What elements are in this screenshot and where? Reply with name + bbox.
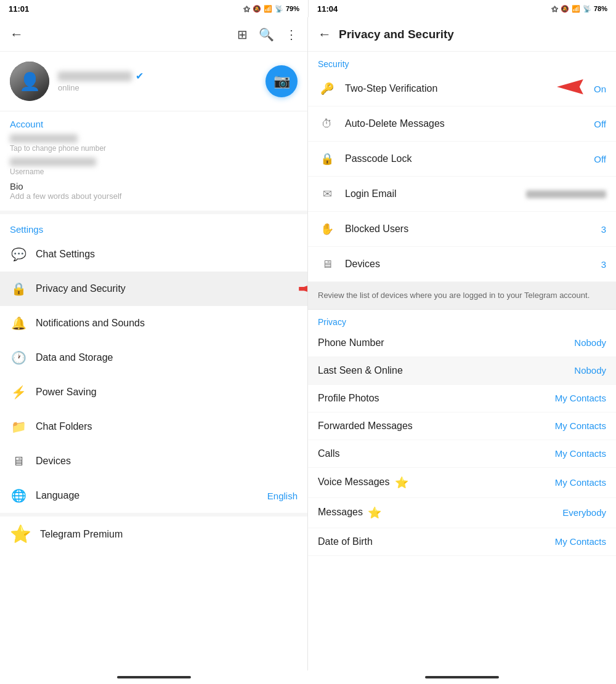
main-layout: ← ⊞ 🔍 ⋮ 👤 ✔ online 📷 — [0, 17, 616, 670]
camera-fab[interactable]: 📷 — [265, 65, 298, 97]
mute-icon: 🔕 — [253, 5, 261, 13]
right-panel: ← Privacy and Security Security 🔑 Two-St… — [308, 17, 616, 670]
two-step-value: On — [594, 84, 606, 94]
devices-icon: 🖥 — [10, 453, 27, 470]
right-text-messages: Messages ⭐ — [318, 506, 557, 520]
menu-item-power-saving[interactable]: ⚡ Power Saving — [0, 375, 307, 409]
left-status-icons: ⚝ 🔕 📶 📡 79% — [243, 5, 299, 13]
account-label: Account — [10, 119, 298, 129]
profile-name: ✔ — [58, 70, 298, 82]
right-item-passcode[interactable]: 🔒 Passcode Lock Off — [308, 142, 616, 177]
qr-icon[interactable]: ⊞ — [237, 27, 248, 42]
menu-text-language: Language — [36, 490, 262, 501]
online-status: online — [58, 83, 298, 92]
bottom-indicator-left — [0, 670, 308, 684]
right-text-forwarded-messages: Forwarded Messages — [318, 420, 550, 432]
passcode-value: Off — [594, 154, 606, 164]
menu-item-devices[interactable]: 🖥 Devices — [0, 444, 307, 478]
account-section: Account Tap to change phone number Usern… — [0, 111, 307, 214]
right-title: Privacy and Security — [339, 28, 454, 41]
right-item-date-of-birth[interactable]: Date of Birth My Contacts — [308, 528, 616, 556]
info-text: Review the list of devices where you are… — [318, 291, 590, 300]
verified-badge: ✔ — [136, 70, 144, 82]
phone-item[interactable]: Tap to change phone number — [10, 134, 298, 153]
auto-delete-icon: ⏱ — [318, 115, 336, 133]
search-icon[interactable]: 🔍 — [259, 27, 274, 42]
devices-value: 3 — [601, 259, 606, 270]
right-item-voice-messages[interactable]: Voice Messages ⭐ My Contacts — [308, 468, 616, 498]
forwarded-messages-value: My Contacts — [555, 420, 606, 431]
right-text-auto-delete: Auto-Delete Messages — [345, 118, 589, 129]
menu-item-privacy-security[interactable]: 🔒 Privacy and Security — [0, 272, 307, 306]
right-text-login-email: Login Email — [345, 188, 526, 199]
more-icon[interactable]: ⋮ — [285, 27, 298, 42]
right-item-auto-delete[interactable]: ⏱ Auto-Delete Messages Off — [308, 107, 616, 142]
right-status-icons: ⚝ 🔕 📶 📡 78% — [551, 5, 607, 13]
left-panel: ← ⊞ 🔍 ⋮ 👤 ✔ online 📷 — [0, 17, 308, 670]
profile-info: ✔ online — [58, 70, 298, 92]
bottom-line-left — [117, 676, 191, 678]
right-item-blocked-users[interactable]: ✋ Blocked Users 3 — [308, 212, 616, 247]
bottom-line-right — [425, 676, 499, 678]
username-item[interactable]: Username — [10, 158, 298, 176]
menu-item-notifications[interactable]: 🔔 Notifications and Sounds — [0, 306, 307, 340]
right-text-profile-photos: Profile Photos — [318, 393, 550, 404]
menu-text-chat-folders: Chat Folders — [36, 421, 298, 432]
right-item-login-email[interactable]: ✉ Login Email — [308, 177, 616, 212]
menu-text-devices: Devices — [36, 456, 298, 467]
calls-value: My Contacts — [555, 448, 606, 459]
red-arrow-left — [295, 276, 307, 301]
avatar: 👤 — [10, 62, 49, 101]
menu-text-power-saving: Power Saving — [36, 387, 298, 398]
r-bluetooth-icon: ⚝ — [551, 5, 558, 13]
right-item-phone-number[interactable]: Phone Number Nobody — [308, 329, 616, 357]
avatar-inner: 👤 — [10, 62, 49, 101]
two-step-icon: 🔑 — [318, 79, 336, 98]
right-item-calls[interactable]: Calls My Contacts — [308, 440, 616, 468]
back-button[interactable]: ← — [10, 26, 23, 42]
name-blur — [58, 71, 132, 81]
right-item-devices[interactable]: 🖥 Devices 3 — [308, 247, 616, 282]
bottom-bar — [0, 670, 616, 684]
menu-text-data-storage: Data and Storage — [36, 352, 298, 363]
bio-item[interactable]: Bio Add a few words about yourself — [10, 181, 298, 201]
right-item-profile-photos[interactable]: Profile Photos My Contacts — [308, 385, 616, 412]
right-text-phone-number: Phone Number — [318, 337, 569, 348]
premium-row[interactable]: ⭐ Telegram Premium — [0, 513, 307, 552]
settings-label: Settings — [0, 219, 307, 237]
settings-section: Settings 💬 Chat Settings 🔒 Privacy and S… — [0, 214, 307, 670]
right-item-forwarded-messages[interactable]: Forwarded Messages My Contacts — [308, 412, 616, 440]
r-battery-right: 78% — [594, 5, 607, 12]
right-text-last-seen: Last Seen & Online — [318, 365, 569, 376]
right-item-messages[interactable]: Messages ⭐ Everybody — [308, 498, 616, 528]
voice-messages-value: My Contacts — [555, 477, 606, 488]
bottom-indicator-right — [308, 670, 616, 684]
bio-sub: Add a few words about yourself — [10, 191, 298, 201]
menu-item-chat-settings[interactable]: 💬 Chat Settings — [0, 237, 307, 272]
menu-item-data-storage[interactable]: 🕐 Data and Storage — [0, 340, 307, 375]
header-icons: ⊞ 🔍 ⋮ — [237, 27, 298, 42]
info-box: Review the list of devices where you are… — [308, 282, 616, 310]
camera-icon: 📷 — [274, 73, 290, 89]
data-storage-icon: 🕐 — [10, 349, 27, 366]
right-item-last-seen[interactable]: Last Seen & Online Nobody — [308, 357, 616, 385]
r-mute-icon: 🔕 — [561, 5, 569, 13]
status-bars: 11:01 ⚝ 🔕 📶 📡 79% 11:04 ⚝ 🔕 📶 📡 78% — [0, 0, 616, 17]
right-text-two-step: Two-Step Verification — [345, 83, 589, 94]
right-text-calls: Calls — [318, 448, 550, 459]
right-status-bar: 11:04 ⚝ 🔕 📶 📡 78% — [308, 0, 616, 17]
phone-number-value: Nobody — [574, 337, 606, 348]
bio-title: Bio — [10, 181, 298, 191]
left-header: ← ⊞ 🔍 ⋮ — [0, 17, 307, 52]
bluetooth-icon: ⚝ — [243, 5, 250, 13]
chat-settings-icon: 💬 — [10, 246, 27, 263]
menu-item-chat-folders[interactable]: 📁 Chat Folders — [0, 409, 307, 444]
messages-star-icon: ⭐ — [368, 506, 381, 520]
email-blur — [526, 190, 606, 198]
right-back-button[interactable]: ← — [318, 26, 331, 42]
date-of-birth-value: My Contacts — [555, 536, 606, 547]
messages-value: Everybody — [562, 507, 606, 518]
right-time: 11:04 — [317, 4, 338, 14]
menu-item-language[interactable]: 🌐 Language English — [0, 478, 307, 513]
right-item-two-step[interactable]: 🔑 Two-Step Verification On — [308, 71, 616, 107]
